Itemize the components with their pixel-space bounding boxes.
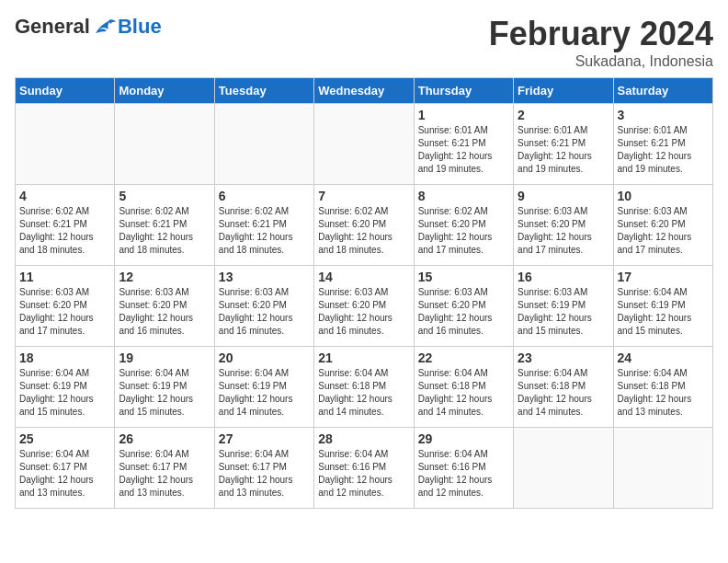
day-info: Sunrise: 6:02 AM Sunset: 6:21 PM Dayligh… (19, 205, 110, 257)
day-number: 11 (19, 270, 110, 284)
weekday-header-row: SundayMondayTuesdayWednesdayThursdayFrid… (16, 78, 713, 104)
day-info: Sunrise: 6:03 AM Sunset: 6:20 PM Dayligh… (618, 205, 709, 257)
day-info: Sunrise: 6:03 AM Sunset: 6:19 PM Dayligh… (518, 286, 609, 338)
day-number: 4 (19, 189, 110, 203)
day-info: Sunrise: 6:04 AM Sunset: 6:19 PM Dayligh… (219, 367, 310, 419)
day-info: Sunrise: 6:04 AM Sunset: 6:19 PM Dayligh… (19, 367, 110, 419)
calendar-cell: 19Sunrise: 6:04 AM Sunset: 6:19 PM Dayli… (115, 347, 214, 428)
day-number: 26 (119, 431, 210, 446)
calendar-cell: 20Sunrise: 6:04 AM Sunset: 6:19 PM Dayli… (214, 347, 313, 428)
calendar-cell: 15Sunrise: 6:03 AM Sunset: 6:20 PM Dayli… (414, 266, 513, 347)
day-number: 22 (418, 350, 509, 365)
calendar-cell: 4Sunrise: 6:02 AM Sunset: 6:21 PM Daylig… (16, 185, 115, 266)
weekday-header-cell: Friday (514, 78, 613, 104)
day-number: 20 (219, 350, 310, 365)
calendar-cell: 12Sunrise: 6:03 AM Sunset: 6:20 PM Dayli… (115, 266, 214, 347)
calendar-cell: 14Sunrise: 6:03 AM Sunset: 6:20 PM Dayli… (314, 266, 414, 347)
day-info: Sunrise: 6:03 AM Sunset: 6:20 PM Dayligh… (418, 286, 509, 338)
calendar-cell (514, 428, 613, 509)
weekday-header-cell: Thursday (414, 78, 513, 104)
day-number: 13 (219, 270, 310, 284)
day-info: Sunrise: 6:04 AM Sunset: 6:18 PM Dayligh… (518, 367, 609, 419)
logo-blue: Blue (118, 15, 162, 39)
calendar-cell: 16Sunrise: 6:03 AM Sunset: 6:19 PM Dayli… (514, 266, 613, 347)
calendar-cell: 2Sunrise: 6:01 AM Sunset: 6:21 PM Daylig… (514, 104, 613, 185)
day-number: 5 (119, 189, 210, 203)
day-info: Sunrise: 6:02 AM Sunset: 6:20 PM Dayligh… (418, 205, 509, 257)
day-info: Sunrise: 6:01 AM Sunset: 6:21 PM Dayligh… (618, 124, 709, 176)
calendar-cell: 26Sunrise: 6:04 AM Sunset: 6:17 PM Dayli… (115, 428, 214, 509)
day-number: 10 (618, 189, 709, 203)
calendar-cell: 10Sunrise: 6:03 AM Sunset: 6:20 PM Dayli… (613, 185, 712, 266)
day-number: 25 (19, 431, 110, 446)
day-info: Sunrise: 6:02 AM Sunset: 6:21 PM Dayligh… (119, 205, 210, 257)
calendar-cell: 7Sunrise: 6:02 AM Sunset: 6:20 PM Daylig… (314, 185, 414, 266)
calendar-cell: 6Sunrise: 6:02 AM Sunset: 6:21 PM Daylig… (214, 185, 313, 266)
day-number: 3 (618, 108, 709, 122)
day-info: Sunrise: 6:04 AM Sunset: 6:18 PM Dayligh… (618, 367, 709, 419)
day-info: Sunrise: 6:04 AM Sunset: 6:18 PM Dayligh… (418, 367, 509, 419)
header: General Blue February 2024 Sukadana, Ind… (15, 15, 713, 70)
calendar-cell: 17Sunrise: 6:04 AM Sunset: 6:19 PM Dayli… (613, 266, 712, 347)
day-number: 18 (19, 350, 110, 365)
calendar-cell: 3Sunrise: 6:01 AM Sunset: 6:21 PM Daylig… (613, 104, 712, 185)
day-number: 9 (518, 189, 609, 203)
day-info: Sunrise: 6:04 AM Sunset: 6:17 PM Dayligh… (119, 448, 210, 500)
weekday-header-cell: Saturday (613, 78, 712, 104)
calendar-cell: 18Sunrise: 6:04 AM Sunset: 6:19 PM Dayli… (16, 347, 115, 428)
day-number: 1 (418, 108, 509, 122)
calendar-cell: 13Sunrise: 6:03 AM Sunset: 6:20 PM Dayli… (214, 266, 313, 347)
day-info: Sunrise: 6:04 AM Sunset: 6:19 PM Dayligh… (119, 367, 210, 419)
calendar-cell: 1Sunrise: 6:01 AM Sunset: 6:21 PM Daylig… (414, 104, 513, 185)
day-number: 28 (318, 431, 409, 446)
day-number: 17 (618, 270, 709, 284)
calendar-week-row: 25Sunrise: 6:04 AM Sunset: 6:17 PM Dayli… (16, 428, 713, 509)
calendar-cell (314, 104, 414, 185)
calendar-week-row: 4Sunrise: 6:02 AM Sunset: 6:21 PM Daylig… (16, 185, 713, 266)
calendar-cell: 23Sunrise: 6:04 AM Sunset: 6:18 PM Dayli… (514, 347, 613, 428)
day-number: 29 (418, 431, 509, 446)
day-number: 27 (219, 431, 310, 446)
calendar-cell: 5Sunrise: 6:02 AM Sunset: 6:21 PM Daylig… (115, 185, 214, 266)
day-number: 2 (518, 108, 609, 122)
calendar-cell: 28Sunrise: 6:04 AM Sunset: 6:16 PM Dayli… (314, 428, 414, 509)
calendar-table: SundayMondayTuesdayWednesdayThursdayFrid… (15, 77, 713, 509)
weekday-header-cell: Tuesday (214, 78, 313, 104)
day-info: Sunrise: 6:03 AM Sunset: 6:20 PM Dayligh… (119, 286, 210, 338)
calendar-cell: 9Sunrise: 6:03 AM Sunset: 6:20 PM Daylig… (514, 185, 613, 266)
calendar-cell (214, 104, 313, 185)
day-info: Sunrise: 6:04 AM Sunset: 6:17 PM Dayligh… (219, 448, 310, 500)
day-info: Sunrise: 6:03 AM Sunset: 6:20 PM Dayligh… (518, 205, 609, 257)
logo-general: General (15, 15, 90, 39)
day-number: 23 (518, 350, 609, 365)
day-number: 21 (318, 350, 409, 365)
calendar-cell: 11Sunrise: 6:03 AM Sunset: 6:20 PM Dayli… (16, 266, 115, 347)
day-number: 14 (318, 270, 409, 284)
day-info: Sunrise: 6:02 AM Sunset: 6:20 PM Dayligh… (318, 205, 409, 257)
title-section: February 2024 Sukadana, Indonesia (489, 15, 713, 70)
day-info: Sunrise: 6:02 AM Sunset: 6:21 PM Dayligh… (219, 205, 310, 257)
day-number: 6 (219, 189, 310, 203)
calendar-cell (613, 428, 712, 509)
day-number: 15 (418, 270, 509, 284)
day-info: Sunrise: 6:03 AM Sunset: 6:20 PM Dayligh… (219, 286, 310, 338)
logo: General Blue (15, 15, 162, 39)
day-number: 19 (119, 350, 210, 365)
day-number: 8 (418, 189, 509, 203)
day-info: Sunrise: 6:03 AM Sunset: 6:20 PM Dayligh… (19, 286, 110, 338)
weekday-header-cell: Wednesday (314, 78, 414, 104)
calendar-cell: 21Sunrise: 6:04 AM Sunset: 6:18 PM Dayli… (314, 347, 414, 428)
day-info: Sunrise: 6:01 AM Sunset: 6:21 PM Dayligh… (518, 124, 609, 176)
day-info: Sunrise: 6:04 AM Sunset: 6:18 PM Dayligh… (318, 367, 409, 419)
calendar-cell: 22Sunrise: 6:04 AM Sunset: 6:18 PM Dayli… (414, 347, 513, 428)
day-info: Sunrise: 6:01 AM Sunset: 6:21 PM Dayligh… (418, 124, 509, 176)
calendar-cell: 25Sunrise: 6:04 AM Sunset: 6:17 PM Dayli… (16, 428, 115, 509)
day-number: 7 (318, 189, 409, 203)
weekday-header-cell: Sunday (16, 78, 115, 104)
weekday-header-cell: Monday (115, 78, 214, 104)
day-number: 24 (618, 350, 709, 365)
day-number: 16 (518, 270, 609, 284)
calendar-title: February 2024 (489, 15, 713, 53)
day-info: Sunrise: 6:04 AM Sunset: 6:19 PM Dayligh… (618, 286, 709, 338)
calendar-cell: 24Sunrise: 6:04 AM Sunset: 6:18 PM Dayli… (613, 347, 712, 428)
